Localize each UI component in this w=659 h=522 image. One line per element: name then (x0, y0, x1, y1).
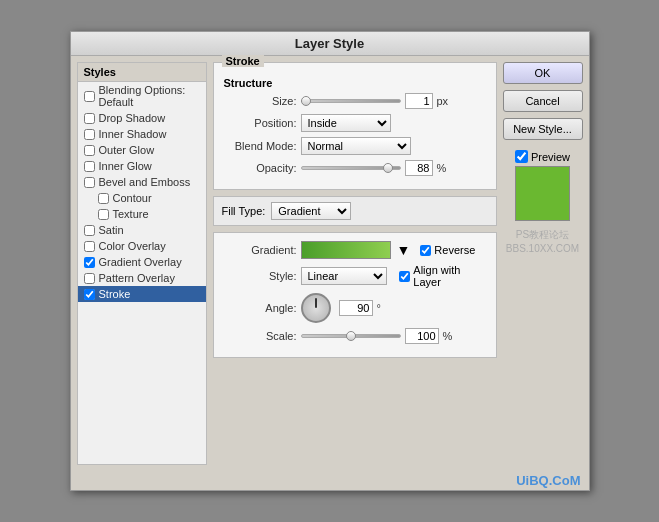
item-checkbox[interactable] (84, 91, 95, 102)
item-label: Stroke (99, 288, 131, 300)
style-row: Style: Linear Radial Angle Reflected Dia… (222, 264, 488, 288)
left-panel-item[interactable]: Outer Glow (78, 142, 206, 158)
styles-panel: Styles Blending Options: DefaultDrop Sha… (77, 62, 207, 465)
reverse-row: Reverse (420, 244, 475, 256)
blend-mode-select[interactable]: Normal Dissolve Multiply (301, 137, 411, 155)
styles-panel-header: Styles (78, 63, 206, 82)
left-panel-item[interactable]: Gradient Overlay (78, 254, 206, 270)
reverse-checkbox[interactable] (420, 245, 431, 256)
item-checkbox[interactable] (98, 209, 109, 220)
scale-input[interactable]: 100 (405, 328, 439, 344)
opacity-row: Opacity: 88 % (222, 160, 488, 176)
left-panel-item[interactable]: Satin (78, 222, 206, 238)
opacity-label: Opacity: (222, 162, 297, 174)
reverse-label: Reverse (434, 244, 475, 256)
fill-type-label: Fill Type: (222, 205, 266, 217)
item-checkbox[interactable] (84, 129, 95, 140)
preview-label: Preview (515, 150, 570, 163)
size-slider-thumb[interactable] (301, 96, 311, 106)
gradient-section: Gradient: ▼ Reverse Style: Linear Radial… (213, 232, 497, 358)
action-panel: OK Cancel New Style... Preview PS教程论坛 BB… (503, 62, 583, 465)
item-label: Gradient Overlay (99, 256, 182, 268)
left-panel-item[interactable]: Drop Shadow (78, 110, 206, 126)
preview-section: Preview PS教程论坛 BBS.10XX.COM (503, 150, 583, 256)
left-panel-item[interactable]: Pattern Overlay (78, 270, 206, 286)
left-panel-item[interactable]: Texture (78, 206, 206, 222)
angle-dial[interactable] (301, 293, 331, 323)
item-label: Satin (99, 224, 124, 236)
scale-label: Scale: (222, 330, 297, 342)
watermark-line1: PS教程论坛 (506, 228, 579, 242)
blend-mode-label: Blend Mode: (222, 140, 297, 152)
item-checkbox[interactable] (84, 289, 95, 300)
preview-checkbox[interactable] (515, 150, 528, 163)
left-panel-item[interactable]: Bevel and Emboss (78, 174, 206, 190)
gradient-picker[interactable] (301, 241, 391, 259)
ok-button[interactable]: OK (503, 62, 583, 84)
dialog-title: Layer Style (71, 32, 589, 56)
watermark: PS教程论坛 BBS.10XX.COM (506, 228, 579, 256)
left-panel-item[interactable]: Inner Shadow (78, 126, 206, 142)
left-panel-item[interactable]: Contour (78, 190, 206, 206)
angle-label: Angle: (222, 302, 297, 314)
angle-row: Angle: 90 ° (222, 293, 488, 323)
size-label: Size: (222, 95, 297, 107)
preview-text: Preview (531, 151, 570, 163)
left-panel-item[interactable]: Inner Glow (78, 158, 206, 174)
stroke-group: Stroke Structure Size: 1 px Position: In… (213, 62, 497, 190)
cancel-button[interactable]: Cancel (503, 90, 583, 112)
item-checkbox[interactable] (98, 193, 109, 204)
stroke-group-label: Stroke (222, 55, 264, 67)
item-label: Blending Options: Default (99, 84, 200, 108)
style-label: Style: (222, 270, 297, 282)
item-checkbox[interactable] (84, 177, 95, 188)
position-label: Position: (222, 117, 297, 129)
stroke-panel: Stroke Structure Size: 1 px Position: In… (213, 62, 497, 465)
style-select[interactable]: Linear Radial Angle Reflected Diamond (301, 267, 388, 285)
item-checkbox[interactable] (84, 113, 95, 124)
left-panel-item[interactable]: Color Overlay (78, 238, 206, 254)
item-label: Inner Shadow (99, 128, 167, 140)
scale-slider[interactable] (301, 334, 401, 338)
size-unit: px (437, 95, 453, 107)
opacity-slider-thumb[interactable] (383, 163, 393, 173)
fill-type-select[interactable]: Gradient Color Pattern (271, 202, 351, 220)
size-slider[interactable] (301, 99, 401, 103)
align-label: Align with Layer (413, 264, 487, 288)
item-label: Outer Glow (99, 144, 155, 156)
item-label: Pattern Overlay (99, 272, 175, 284)
new-style-button[interactable]: New Style... (503, 118, 583, 140)
angle-input[interactable]: 90 (339, 300, 373, 316)
opacity-slider[interactable] (301, 166, 401, 170)
bottom-watermark: UiBQ.CoM (71, 471, 589, 490)
watermark-line2: BBS.10XX.COM (506, 242, 579, 256)
item-label: Inner Glow (99, 160, 152, 172)
item-checkbox[interactable] (84, 257, 95, 268)
gradient-label: Gradient: (222, 244, 297, 256)
gradient-dropdown-btn[interactable]: ▼ (397, 242, 411, 258)
item-label: Color Overlay (99, 240, 166, 252)
item-checkbox[interactable] (84, 241, 95, 252)
gradient-row: Gradient: ▼ Reverse (222, 241, 488, 259)
structure-label: Structure (224, 77, 488, 89)
left-panel-item[interactable]: Blending Options: Default (78, 82, 206, 110)
item-label: Texture (113, 208, 149, 220)
opacity-input[interactable]: 88 (405, 160, 433, 176)
fill-type-row: Fill Type: Gradient Color Pattern (213, 196, 497, 226)
size-input[interactable]: 1 (405, 93, 433, 109)
scale-slider-thumb[interactable] (346, 331, 356, 341)
item-label: Contour (113, 192, 152, 204)
item-label: Bevel and Emboss (99, 176, 191, 188)
align-checkbox[interactable] (399, 271, 410, 282)
preview-box (515, 166, 570, 221)
layer-style-dialog: Layer Style Styles Blending Options: Def… (70, 31, 590, 491)
item-checkbox[interactable] (84, 161, 95, 172)
opacity-unit: % (437, 162, 453, 174)
left-panel-item[interactable]: Stroke (78, 286, 206, 302)
item-checkbox[interactable] (84, 145, 95, 156)
item-label: Drop Shadow (99, 112, 166, 124)
item-checkbox[interactable] (84, 273, 95, 284)
position-select[interactable]: Inside Outside Center (301, 114, 391, 132)
scale-row: Scale: 100 % (222, 328, 488, 344)
item-checkbox[interactable] (84, 225, 95, 236)
